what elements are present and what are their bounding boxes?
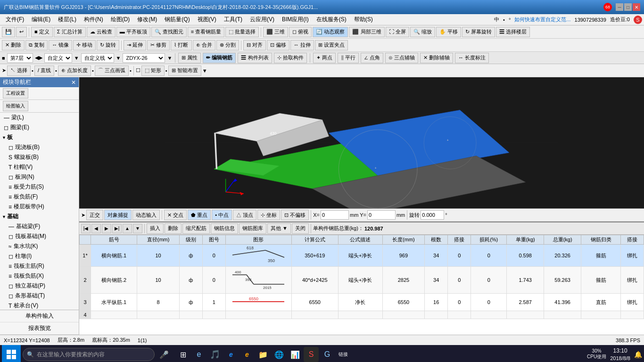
toolbar-sum[interactable]: Σ 汇总计算 — [54, 27, 86, 37]
toolbar-rotate[interactable]: ↻ 旋转 — [97, 40, 119, 50]
toolbar-define[interactable]: ■ 定义 — [31, 27, 53, 37]
btn-ortho[interactable]: 正交 — [86, 210, 103, 220]
toolbar-find[interactable]: 🔍 查找图元 — [151, 27, 187, 37]
btn-single-input[interactable]: 单构件输入 — [0, 310, 79, 322]
table-row[interactable]: 3 水平纵筋.1 8 ф 1 6550 6550 净长 6550 16 0 0 … — [80, 294, 644, 311]
sidebar-group-slab[interactable]: ▼ 板 — [0, 132, 79, 142]
sidebar-item-raft-rebar[interactable]: ≡ 筏板主筋(R) — [0, 261, 79, 271]
layer-select[interactable]: 第7层 — [7, 53, 33, 63]
toolbar-copy[interactable]: ⧉ 复制 — [25, 40, 48, 50]
btn-report[interactable]: 报表预览 — [0, 322, 79, 335]
sidebar-controls[interactable]: ✕ — [71, 79, 76, 86]
btn-parallel[interactable]: ∥ 平行 — [338, 53, 359, 63]
btn-no-offset[interactable]: ⊡ 不偏移 — [281, 210, 309, 220]
btn-smart-layout[interactable]: ⊞ 智能布置 — [168, 66, 201, 76]
btn-mid2[interactable]: • 中点 — [212, 210, 232, 220]
btn-del-axis[interactable]: ✕ 删除辅轴 — [420, 53, 453, 63]
menu-yunyy[interactable]: 云应用(V) — [246, 15, 278, 25]
menu-help[interactable]: 帮助(S) — [350, 15, 377, 25]
canvas-area[interactable]: 430 + + ▶ — [79, 77, 644, 208]
sidebar-item-slab-neg[interactable]: ≡ 板负筋(F) — [0, 192, 79, 202]
toolbar-undo[interactable]: ↩ — [16, 27, 27, 37]
menu-gongju[interactable]: 工具(T) — [220, 15, 246, 25]
nav-next[interactable]: ▶ — [102, 224, 111, 233]
btn-intersect[interactable]: ✕ 交点 — [164, 210, 187, 220]
sidebar-item-pit[interactable]: ≈ 集水坑(K) — [0, 241, 79, 251]
btn-twopoint[interactable]: ✦ 两点 — [313, 53, 336, 63]
btn-rect[interactable]: ⬚ 矩形 — [141, 66, 165, 76]
taskbar-notification[interactable]: 🔔 — [634, 351, 642, 358]
btn-line[interactable]: / 直线 — [34, 66, 54, 76]
taskbar-icon-folder[interactable]: 📁 — [256, 347, 271, 362]
toolbar-align[interactable]: ⊟ 对齐 — [243, 40, 266, 50]
btn-threepoint-axis[interactable]: ⊙ 三点辅轴 — [385, 53, 418, 63]
sidebar-item-slab-force[interactable]: ≡ 板受力筋(S) — [0, 182, 79, 192]
sidebar-item-pedestal[interactable]: ◻ 柱墩(I) — [0, 251, 79, 261]
quick-config[interactable]: 如何快速布置自定义范... — [514, 16, 570, 23]
toolbar-delete[interactable]: ✕ 删除 — [2, 40, 25, 50]
taskbar-icon-s[interactable]: S — [304, 347, 319, 362]
toolbar-cloud-check[interactable]: ☁ 云检查 — [87, 27, 116, 37]
sidebar-item-spiral-slab[interactable]: S 螺旋板(B) — [0, 152, 79, 162]
btn-other[interactable]: 其他 ▼ — [267, 223, 291, 234]
toolbar-save[interactable]: 💾 — [2, 27, 15, 37]
btn-coord[interactable]: ⊹ 坐标 — [257, 210, 280, 220]
nav-down[interactable]: ▼ — [133, 224, 142, 233]
x-input[interactable] — [321, 210, 349, 220]
toolbar-view-rebar[interactable]: ≡ 查看钢筋量 — [188, 27, 224, 37]
toolbar-top-view[interactable]: ◻ 俯视 — [289, 27, 312, 37]
taskbar-icon-ie2[interactable]: e — [239, 347, 255, 362]
toolbar-break[interactable]: ⌇ 打断 — [171, 40, 191, 50]
nav-last[interactable]: ▶| — [112, 224, 122, 233]
toolbar-zoom[interactable]: 🔍 缩放 — [410, 27, 435, 37]
btn-delete-row[interactable]: 删除 — [165, 223, 182, 234]
sidebar-item-raft-neg[interactable]: ≡ 筏板负筋(X) — [0, 271, 79, 281]
sidebar-item-floor-band[interactable]: ≡ 楼层板带(H) — [0, 202, 79, 212]
win-close[interactable]: ✕ — [633, 3, 640, 11]
taskbar-icon-link[interactable]: 链接 — [336, 347, 351, 362]
toolbar-mirror[interactable]: ↔ 镜像 — [49, 40, 72, 50]
sidebar-item-raft[interactable]: ◻ 筏板基础(M) — [0, 231, 79, 241]
code-select[interactable]: ZDYX-26 — [123, 53, 165, 63]
sidebar-item-pile-cap[interactable]: T 桩承台(V) — [0, 301, 79, 310]
sidebar-item-foundation-beam[interactable]: — 基础梁(F) — [0, 222, 79, 231]
menu-gangj[interactable]: 钢筋量(Q) — [161, 15, 193, 25]
menu-wenjian[interactable]: 文件(F) — [2, 15, 28, 25]
sidebar-item-column-cap[interactable]: T 柱帽(V) — [0, 162, 79, 172]
table-row[interactable]: 4 — [80, 311, 644, 319]
taskbar-icon-globe[interactable]: 🌐 — [272, 347, 287, 362]
btn-component-list[interactable]: ☰ 构件列表 — [238, 53, 272, 63]
start-button[interactable] — [2, 345, 21, 362]
taskbar-icon-gear[interactable]: G — [320, 347, 335, 362]
toolbar-stretch[interactable]: ↔ 拉伸 — [290, 40, 314, 50]
nav-prev[interactable]: ◀ — [91, 224, 101, 233]
menu-huitu[interactable]: 绘图(D) — [107, 15, 134, 25]
win-maximize[interactable]: □ — [624, 3, 632, 11]
menu-louceng[interactable]: 楼层(L) — [54, 15, 80, 25]
btn-insert-row[interactable]: 插入 — [147, 223, 164, 234]
taskbar-icon-edge[interactable]: e — [191, 347, 206, 362]
menu-bianji[interactable]: 编辑(E) — [28, 15, 54, 25]
btn-select[interactable]: ↖ 选择 — [7, 66, 31, 76]
btn-arc[interactable]: ⌒ 三点画弧 — [95, 66, 129, 76]
btn-scale-rebar[interactable]: 缩尺配筋 — [182, 223, 210, 234]
y-input[interactable] — [367, 210, 396, 220]
taskbar-icon-music[interactable]: 🎵 — [207, 347, 223, 362]
toolbar-trim[interactable]: ✂ 修剪 — [147, 40, 170, 50]
menu-shitu[interactable]: 视图(V) — [194, 15, 220, 25]
sidebar-drawing[interactable]: 绘图输入 — [3, 101, 28, 111]
type-select[interactable]: 自定义 — [44, 53, 72, 63]
toolbar-3d[interactable]: ⬛ 三维 — [263, 27, 288, 37]
toolbar-merge[interactable]: ⊕ 合并 — [193, 40, 215, 50]
taskbar-icon-task[interactable]: ⊞ — [175, 347, 190, 362]
toolbar-screen-rotate[interactable]: ↻ 屏幕旋转 — [462, 27, 495, 37]
sidebar-item-ring-beam[interactable]: ◻ 圈梁(E) — [0, 123, 79, 132]
toolbar-select-floor[interactable]: ☰ 选择楼层 — [496, 27, 530, 37]
btn-pointlen[interactable]: ⊕ 点加长度 — [58, 66, 91, 76]
nav-up[interactable]: ▲ — [123, 224, 132, 233]
name-select[interactable]: 自定义线 — [81, 53, 114, 63]
btn-angle[interactable]: ∠ 点角 — [361, 53, 383, 63]
taskbar-icon-ie[interactable]: e — [223, 347, 239, 362]
toolbar-grip[interactable]: ⊞ 设置夹点 — [315, 40, 348, 50]
nav-first[interactable]: |◀ — [81, 224, 91, 233]
